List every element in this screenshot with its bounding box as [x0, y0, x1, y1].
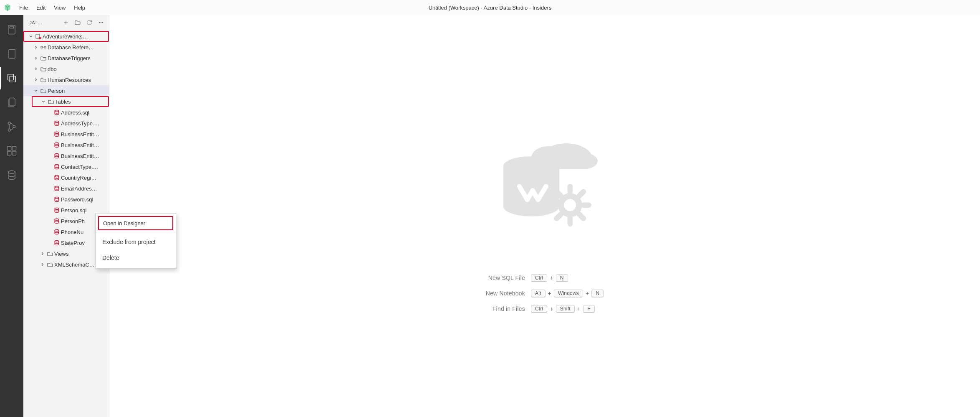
folder-icon — [46, 250, 54, 257]
tree-item-label: StateProv — [61, 240, 85, 246]
svg-rect-18 — [41, 46, 43, 48]
folder-icon — [39, 76, 48, 83]
ctx-open-in-designer[interactable]: Open in Designer — [98, 216, 173, 230]
tree-item-person[interactable]: Person — [23, 85, 109, 96]
chevron-right-icon[interactable] — [39, 262, 46, 267]
tree-item-tables[interactable]: Tables — [32, 96, 109, 107]
table-icon — [53, 131, 61, 137]
svg-rect-10 — [8, 151, 11, 155]
titlebar: File Edit View Help Untitled (Workspace)… — [0, 0, 980, 15]
key: F — [583, 305, 595, 313]
table-icon — [53, 196, 61, 203]
tree-item-label: PhoneNu — [61, 229, 83, 235]
tree-item-table-file[interactable]: BusinessEntit… — [23, 150, 109, 161]
refresh-icon[interactable] — [84, 17, 95, 28]
tree-item-label: DatabaseTriggers — [48, 55, 91, 61]
ctx-item-label: Delete — [102, 254, 119, 261]
tree-item-table-file[interactable]: CountryRegi… — [23, 172, 109, 183]
sidebar-header: DAT… — [23, 15, 109, 30]
ctx-delete[interactable]: Delete — [96, 250, 176, 266]
svg-point-14 — [101, 22, 101, 23]
chevron-down-icon[interactable] — [33, 88, 39, 93]
folder-icon — [39, 55, 48, 61]
sidebar-title: DAT… — [28, 20, 42, 25]
chevron-right-icon[interactable] — [39, 251, 46, 256]
tree-item-label: BusinessEntit… — [61, 153, 99, 159]
tree-item-table-file[interactable]: Password.sql — [23, 194, 109, 205]
welcome-new-notebook-keys: Alt+ Windows+ N — [531, 290, 604, 297]
svg-rect-3 — [8, 74, 14, 80]
table-icon — [53, 163, 61, 170]
chevron-right-icon[interactable] — [33, 56, 39, 61]
tree-item-label: CountryRegi… — [61, 175, 96, 181]
activity-explorer[interactable] — [0, 67, 23, 89]
activity-notebooks[interactable] — [0, 43, 23, 65]
tree-item-table-file[interactable]: Address.sql — [23, 107, 109, 118]
new-icon[interactable] — [61, 17, 71, 28]
table-icon — [53, 239, 61, 246]
tree-root-label: AdventureWorks… — [43, 33, 88, 40]
svg-point-21 — [55, 121, 59, 123]
tree-item-label: BusinessEntit… — [61, 131, 99, 137]
table-icon — [53, 174, 61, 181]
tree-item-label: Address.sql — [61, 109, 89, 116]
welcome-shortcuts: New SQL File Ctrl+ N New Notebook Alt+ W… — [486, 274, 604, 313]
activity-extensions[interactable] — [0, 140, 23, 162]
tree-root[interactable]: AdventureWorks… — [23, 31, 109, 42]
svg-point-6 — [8, 129, 10, 131]
svg-point-26 — [55, 175, 59, 177]
tree-item-label: EmailAddres… — [61, 186, 97, 192]
menu-file[interactable]: File — [15, 0, 32, 15]
chevron-down-icon[interactable] — [28, 34, 34, 39]
tree-item-label: XMLSchemaC… — [54, 262, 95, 268]
activity-database-icon[interactable] — [0, 164, 23, 186]
svg-point-20 — [55, 110, 59, 112]
chevron-right-icon[interactable] — [33, 66, 39, 71]
key: Shift — [556, 305, 575, 313]
svg-rect-19 — [44, 46, 46, 48]
svg-point-30 — [55, 219, 59, 221]
activity-connections[interactable] — [0, 18, 23, 41]
tree-item-table-file[interactable]: BusinessEntit… — [23, 140, 109, 150]
welcome-watermark: New SQL File Ctrl+ N New Notebook Alt+ W… — [478, 120, 611, 313]
ctx-exclude[interactable]: Exclude from project — [96, 234, 176, 250]
tree-item-label: Person — [48, 88, 65, 94]
tree-item-dbtriggers[interactable]: DatabaseTriggers — [23, 53, 109, 64]
tree-item-table-file[interactable]: AddressType.… — [23, 118, 109, 129]
key: N — [591, 290, 604, 297]
app-icon — [0, 3, 15, 12]
chevron-right-icon[interactable] — [33, 77, 39, 82]
svg-point-5 — [8, 122, 10, 125]
svg-rect-4 — [10, 76, 15, 82]
table-icon — [53, 218, 61, 224]
svg-point-28 — [55, 197, 59, 199]
activity-bar — [0, 15, 23, 417]
welcome-find-in-files: Find in Files — [486, 305, 525, 312]
key: Ctrl — [531, 274, 547, 282]
key: Alt — [531, 290, 546, 297]
menu-edit[interactable]: Edit — [32, 0, 50, 15]
open-folder-icon[interactable] — [72, 17, 83, 28]
activity-source-control[interactable] — [0, 115, 23, 138]
ctx-item-label: Exclude from project — [102, 239, 156, 245]
tree-item-db-references[interactable]: Database Refere… — [23, 42, 109, 53]
tree-item-table-file[interactable]: EmailAddres… — [23, 183, 109, 194]
tree-item-table-file[interactable]: BusinessEntit… — [23, 129, 109, 140]
welcome-find-in-files-keys: Ctrl+ Shift+ F — [531, 305, 604, 313]
menu-help[interactable]: Help — [70, 0, 89, 15]
chevron-right-icon[interactable] — [33, 45, 39, 50]
more-icon[interactable] — [96, 17, 106, 28]
tree-item-table-file[interactable]: ContactType.… — [23, 161, 109, 172]
tree-item-dbo[interactable]: dbo — [23, 64, 109, 74]
table-icon — [53, 207, 61, 214]
chevron-down-icon[interactable] — [40, 99, 47, 104]
activity-files[interactable] — [0, 91, 23, 114]
tree-item-humanresources[interactable]: HumanResources — [23, 74, 109, 85]
menu-view[interactable]: View — [50, 0, 70, 15]
svg-rect-8 — [8, 147, 11, 150]
tree-item-label: AddressType.… — [61, 120, 100, 127]
tree-item-label: Person.sql — [61, 207, 86, 214]
ctx-separator — [96, 232, 176, 232]
tree-item-label: dbo — [48, 66, 57, 72]
menubar: File Edit View Help — [15, 0, 89, 15]
